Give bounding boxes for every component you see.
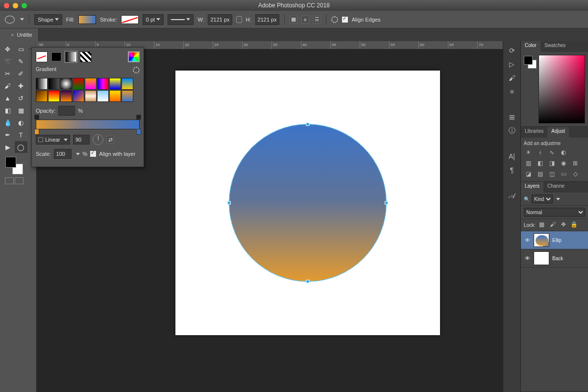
posterize-icon[interactable]: ▤ [536, 171, 544, 178]
ellipse-tool-icon[interactable] [5, 16, 15, 24]
layer-thumbnail[interactable] [534, 251, 549, 265]
lock-pixels-icon[interactable]: 🖌 [548, 221, 557, 229]
quick-select-tool-icon[interactable]: ✎ [15, 55, 27, 67]
color-stop-right[interactable] [136, 129, 141, 135]
visibility-eye-icon[interactable]: 👁 [524, 237, 531, 243]
link-dimensions-icon[interactable] [236, 16, 242, 23]
layer-row[interactable]: 👁Ellip [521, 231, 588, 249]
tab-channels[interactable]: Channe [543, 182, 568, 193]
stroke-width-field[interactable]: 0 pt [143, 14, 164, 25]
lock-position-icon[interactable]: ✥ [559, 221, 568, 229]
swatches-icon[interactable]: ≡ [508, 87, 516, 96]
foreground-color-swatch[interactable] [5, 157, 16, 168]
fill-type-none-icon[interactable] [36, 51, 48, 62]
eraser-tool-icon[interactable]: ◧ [1, 104, 14, 116]
color-picker-area[interactable] [524, 55, 585, 123]
anchor-top-handle[interactable] [306, 122, 310, 126]
screen-mode-icon[interactable] [15, 177, 24, 184]
dodge-tool-icon[interactable]: ◐ [15, 117, 27, 128]
layer-thumbnail[interactable] [534, 233, 549, 247]
gradient-preset[interactable] [109, 90, 121, 102]
anchor-left-handle[interactable] [227, 201, 231, 205]
minimize-window-icon[interactable] [13, 3, 18, 8]
blend-mode-dropdown[interactable]: Normal [524, 208, 585, 217]
opacity-stop-left[interactable] [34, 115, 39, 120]
vibrance-icon[interactable]: ▥ [524, 160, 533, 168]
photo-filter-icon[interactable]: ◉ [559, 160, 568, 168]
eyedropper-tool-icon[interactable]: ✐ [15, 68, 27, 79]
fill-type-solid-icon[interactable] [50, 51, 62, 62]
angle-field[interactable]: 90 [73, 135, 90, 145]
gradient-preset[interactable] [97, 90, 109, 102]
hue-saturation-field[interactable] [539, 55, 585, 123]
fill-type-pattern-icon[interactable] [80, 51, 92, 62]
align-with-layer-checkbox[interactable] [90, 151, 96, 157]
healing-tool-icon[interactable]: ✚ [15, 80, 27, 92]
layer-filter-dropdown[interactable]: Kind [532, 195, 553, 203]
anchor-bottom-handle[interactable] [306, 280, 310, 283]
gradient-preset[interactable] [97, 78, 109, 90]
info-icon[interactable]: ⓘ [508, 126, 516, 135]
gradient-preset[interactable] [60, 90, 72, 102]
stamp-tool-icon[interactable]: ▲ [1, 92, 14, 104]
channel-mixer-icon[interactable]: ⊞ [571, 160, 580, 168]
foreground-background-colors[interactable] [5, 157, 23, 174]
path-alignment-icon[interactable]: ≡ [301, 16, 309, 24]
lock-all-icon[interactable]: 🔒 [570, 221, 579, 229]
lasso-tool-icon[interactable]: ➰ [1, 55, 14, 67]
brush-tool-icon[interactable]: 🖌 [1, 80, 14, 92]
lock-transparency-icon[interactable]: ▦ [538, 221, 546, 229]
bw-icon[interactable]: ◨ [547, 160, 556, 168]
width-field[interactable]: 2121 px [208, 14, 232, 25]
tab-swatches[interactable]: Swatches [540, 41, 569, 52]
close-window-icon[interactable] [4, 3, 9, 8]
selective-color-icon[interactable]: ◇ [571, 171, 580, 178]
gradient-tool-icon[interactable]: ▦ [15, 104, 27, 116]
opacity-field[interactable] [58, 106, 75, 116]
stroke-swatch[interactable] [121, 15, 139, 24]
gradient-preset[interactable] [36, 78, 48, 90]
tool-preset-chevron-icon[interactable] [20, 18, 24, 21]
character-icon[interactable]: A| [508, 152, 516, 161]
artboard[interactable] [175, 71, 440, 335]
chevron-down-icon[interactable] [76, 153, 80, 155]
threshold-icon[interactable]: ◫ [547, 171, 556, 178]
anchor-right-handle[interactable] [385, 201, 388, 205]
brush-icon[interactable]: 🖌 [508, 74, 516, 82]
tab-adjustments[interactable]: Adjust [547, 127, 569, 138]
gradient-menu-gear-icon[interactable] [133, 67, 140, 74]
height-field[interactable]: 2121 px [255, 14, 279, 25]
paragraph-icon[interactable]: ¶ [508, 166, 516, 174]
visibility-eye-icon[interactable]: 👁 [524, 255, 531, 261]
brightness-icon[interactable]: ☀ [524, 149, 533, 157]
gradient-preset[interactable] [36, 90, 48, 102]
gradient-preset[interactable] [122, 90, 133, 102]
gradient-type-dropdown[interactable]: Linear [36, 135, 70, 145]
scale-field[interactable]: 100 [54, 149, 72, 159]
artboard-tool-icon[interactable]: ▭ [15, 43, 27, 55]
tab-libraries[interactable]: Libraries [521, 127, 547, 138]
opacity-stop-right[interactable] [136, 115, 141, 120]
crop-tool-icon[interactable]: ✂ [1, 68, 14, 79]
type-tool-icon[interactable]: T [15, 129, 27, 141]
ellipse-shape[interactable] [229, 124, 386, 281]
curves-icon[interactable]: ∿ [547, 149, 556, 157]
path-arrangement-icon[interactable]: ☰ [313, 16, 321, 24]
gradient-preset[interactable] [73, 78, 84, 90]
gradient-preset[interactable] [122, 78, 133, 90]
color-stop-left[interactable] [34, 129, 39, 135]
gradient-preset[interactable] [60, 78, 72, 90]
levels-icon[interactable]: ⟊ [536, 149, 544, 157]
gradient-preset[interactable] [48, 78, 60, 90]
tool-mode-dropdown[interactable]: Shape [34, 14, 62, 25]
tab-layers[interactable]: Layers [521, 182, 543, 193]
color-picker-icon[interactable] [128, 51, 140, 62]
clone-icon[interactable]: ⊞ [508, 113, 516, 122]
angle-dial[interactable] [93, 134, 103, 145]
gradient-editor-bar[interactable] [36, 120, 140, 129]
quick-mask-icon[interactable] [5, 177, 14, 184]
invert-icon[interactable]: ◪ [524, 171, 533, 178]
zoom-window-icon[interactable] [22, 3, 27, 8]
gradient-map-icon[interactable]: ▭ [559, 171, 568, 178]
gradient-preset[interactable] [73, 90, 84, 102]
